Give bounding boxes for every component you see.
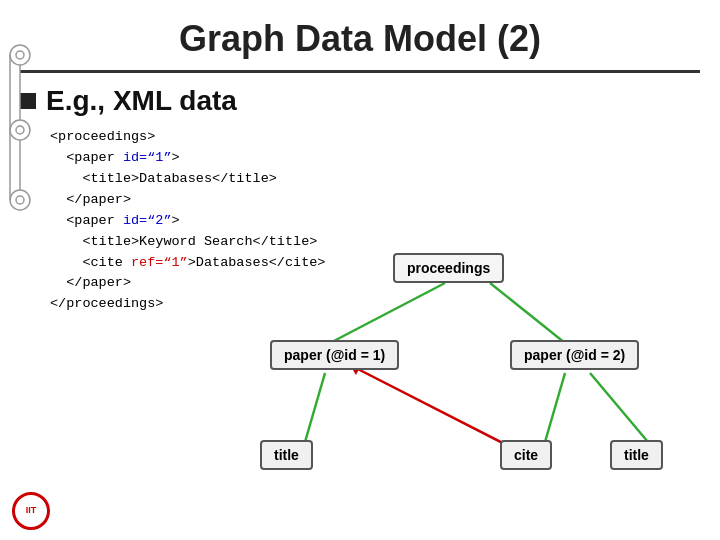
svg-line-12 <box>545 373 565 442</box>
xml-line-1: <proceedings> <box>50 127 700 148</box>
heading-text: E.g., XML data <box>46 85 237 117</box>
page-title: Graph Data Model (2) <box>20 10 700 73</box>
svg-point-4 <box>16 126 24 134</box>
svg-point-0 <box>10 45 30 65</box>
node-cite: cite <box>500 440 552 470</box>
node-paper1: paper (@id = 1) <box>270 340 399 370</box>
svg-line-9 <box>330 283 445 343</box>
xml-line-2: <paper id=“1”> <box>50 148 700 169</box>
svg-point-3 <box>10 120 30 140</box>
svg-line-11 <box>305 373 325 442</box>
svg-line-13 <box>590 373 648 442</box>
svg-line-10 <box>490 283 565 343</box>
node-paper2: paper (@id = 2) <box>510 340 639 370</box>
xml-attr-1: id=“1” <box>123 150 172 165</box>
node-proceedings: proceedings <box>393 253 504 283</box>
xml-line-3: <title>Databases</title> <box>50 169 700 190</box>
page: Graph Data Model (2) E.g., XML data <pro… <box>0 0 720 540</box>
institution-logo: IIT <box>12 492 52 532</box>
node-title1: title <box>260 440 313 470</box>
graph-area: proceedings paper (@id = 1) paper (@id =… <box>0 195 720 535</box>
node-title2: title <box>610 440 663 470</box>
logo-circle: IIT <box>12 492 50 530</box>
svg-point-1 <box>16 51 24 59</box>
section-heading: E.g., XML data <box>20 85 700 117</box>
